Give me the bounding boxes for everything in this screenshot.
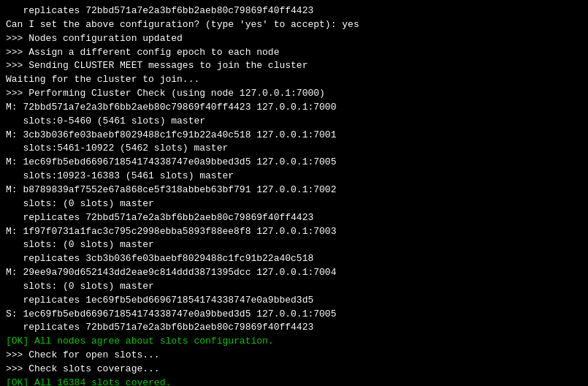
terminal-line: >>> Check for open slots...: [6, 349, 582, 363]
terminal-line: M: b8789839af7552e67a868ce5f318abbeb63bf…: [6, 183, 582, 197]
terminal-line: slots:0-5460 (5461 slots) master: [6, 115, 582, 129]
terminal-line: replicates 72bbd571a7e2a3bf6bb2aeb80c798…: [6, 321, 582, 335]
terminal-line: M: 72bbd571a7e2a3bf6bb2aeb80c79869f40ff4…: [6, 101, 582, 115]
terminal-line: S: 1ec69fb5ebd669671854174338747e0a9bbed…: [6, 308, 582, 322]
terminal-line: >>> Sending CLUSTER MEET messages to joi…: [6, 59, 582, 73]
terminal-line: Waiting for the cluster to join...: [6, 73, 582, 87]
terminal-line: replicates 72bbd571a7e2a3bf6bb2aeb80c798…: [6, 211, 582, 225]
terminal-line: slots:10923-16383 (5461 slots) master: [6, 170, 582, 183]
terminal-line: M: 3cb3b036fe03baebf8029488c1fc91b22a40c…: [6, 129, 582, 143]
terminal-line: >>> Assign a different config epoch to e…: [6, 46, 582, 60]
terminal-line: replicates 72bbd571a7e2a3bf6bb2aeb80c798…: [6, 4, 582, 18]
terminal: replicates 72bbd571a7e2a3bf6bb2aeb80c798…: [0, 0, 588, 386]
terminal-line: [OK] All 16384 slots covered.: [6, 376, 582, 386]
terminal-line: [OK] All nodes agree about slots configu…: [6, 335, 582, 349]
terminal-line: Can I set the above configuration? (type…: [6, 18, 582, 32]
terminal-line: M: 1f97f0731a1fac3c795c2998ebba5893f88ee…: [6, 225, 582, 239]
terminal-line: replicates 3cb3b036fe03baebf8029488c1fc9…: [6, 252, 582, 266]
terminal-line: M: 1ec69fb5ebd669671854174338747e0a9bbed…: [6, 156, 582, 170]
terminal-line: slots: (0 slots) master: [6, 238, 582, 252]
terminal-line: >>> Check slots coverage...: [6, 363, 582, 376]
terminal-line: >>> Performing Cluster Check (using node…: [6, 87, 582, 101]
terminal-line: slots: (0 slots) master: [6, 197, 582, 211]
terminal-line: M: 29ee9a790d652143dd2eae9c814ddd3871395…: [6, 266, 582, 280]
terminal-line: slots:5461-10922 (5462 slots) master: [6, 142, 582, 156]
terminal-line: replicates 1ec69fb5ebd669671854174338747…: [6, 294, 582, 308]
terminal-line: slots: (0 slots) master: [6, 280, 582, 294]
terminal-line: >>> Nodes configuration updated: [6, 32, 582, 46]
